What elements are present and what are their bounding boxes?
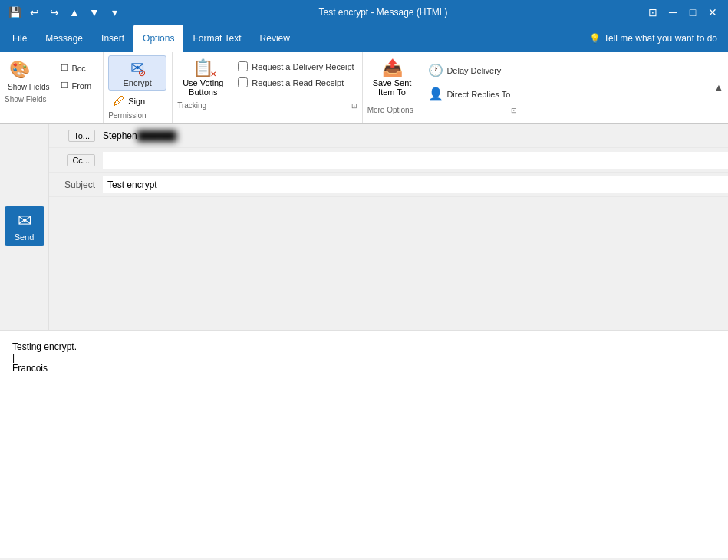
subject-input[interactable] (103, 176, 728, 193)
title-bar: 💾 ↩ ↪ ▲ ▼ ▾ Test encrypt - Message (HTML… (0, 0, 728, 25)
more-options-group: 📤 Save Sent Item To 🕐 Delay Delivery 👤 D… (363, 52, 522, 123)
show-fields-buttons: 🎨 Show Fields (5, 55, 52, 91)
delivery-receipt-checkbox[interactable] (238, 61, 248, 71)
from-label: From (71, 81, 91, 91)
tracking-group: 📋 ✕ Use Voting Buttons Request a Deliver… (173, 52, 363, 123)
down-qat-button[interactable]: ▼ (86, 4, 103, 21)
send-icon: ✉ (18, 211, 31, 231)
menu-file[interactable]: File (3, 25, 36, 52)
cc-button[interactable]: Cc... (67, 154, 95, 166)
encrypt-icon-wrapper: ✉ ⊘ (130, 58, 144, 78)
sign-button[interactable]: 🖊 Sign (108, 93, 150, 110)
ribbon-content: 🎨 Show Fields ☐ Bcc ☐ From Show Field (0, 52, 728, 123)
tracking-footer: Tracking ⊡ (173, 101, 362, 111)
undo-qat-button[interactable]: ↩ (26, 4, 43, 21)
save-sent-button[interactable]: 📤 Save Sent Item To (367, 55, 417, 100)
body-signature: Francois (12, 363, 716, 374)
more-options-footer: More Options ⊡ (363, 106, 522, 116)
to-recipient-blurred: ██████; (137, 130, 179, 141)
window-title: Test encrypt - Message (HTML) (318, 7, 447, 18)
menu-message[interactable]: Message (36, 25, 92, 52)
save-sent-icon: 📤 (382, 58, 403, 78)
delivery-receipt-checkbox-label[interactable]: Request a Delivery Receipt (235, 60, 357, 73)
read-receipt-label: Request a Read Receipt (252, 78, 344, 87)
delivery-receipt-label: Request a Delivery Receipt (252, 62, 354, 71)
send-button[interactable]: ✉ Send (5, 206, 44, 246)
compose-row: ✉ Send To... Stephen ██████; Cc... (0, 124, 728, 330)
menu-insert[interactable]: Insert (92, 25, 133, 52)
permission-group: ✉ ⊘ Encrypt 🖊 Sign Permission (104, 52, 173, 123)
cc-field: Cc... (49, 148, 728, 173)
body-line1: Testing encrypt. (12, 341, 716, 352)
encrypt-label: Encrypt (123, 78, 151, 87)
cc-input[interactable] (103, 152, 728, 169)
to-value-row: Stephen ██████; (103, 130, 728, 141)
tracking-expand-icon[interactable]: ⊡ (351, 102, 357, 110)
redo-qat-button[interactable]: ↪ (46, 4, 63, 21)
voting-buttons-btn[interactable]: 📋 ✕ Use Voting Buttons (177, 55, 229, 100)
ribbon: 🎨 Show Fields ☐ Bcc ☐ From Show Field (0, 52, 728, 124)
to-button[interactable]: To... (68, 130, 95, 142)
cc-label: Cc... (49, 154, 103, 166)
delay-delivery-button[interactable]: 🕐 Delay Delivery (421, 60, 517, 81)
permission-content: ✉ ⊘ Encrypt 🖊 Sign (104, 52, 172, 111)
voting-icon-wrapper: 📋 ✕ (193, 58, 213, 78)
up-qat-button[interactable]: ▲ (66, 4, 83, 21)
show-fields-section-label: Show Fields (5, 95, 46, 104)
to-label: To... (49, 130, 103, 142)
to-recipient-name: Stephen (103, 130, 137, 141)
save-sent-line1: Save Sent (373, 78, 412, 87)
themes-button[interactable]: 🎨 (5, 58, 35, 81)
tracking-checkboxes: Request a Delivery Receipt Request a Rea… (235, 55, 357, 89)
show-fields-group: 🎨 Show Fields ☐ Bcc ☐ From Show Field (0, 52, 104, 123)
close-button[interactable]: ✕ (703, 5, 722, 20)
send-label: Send (15, 232, 35, 242)
lightbulb-icon: 💡 (589, 33, 601, 44)
menu-options[interactable]: Options (133, 25, 183, 52)
direct-replies-label: Direct Replies To (446, 90, 510, 99)
tell-me-box[interactable]: 💡 Tell me what you want to do (581, 25, 725, 52)
bcc-button[interactable]: ☐ Bcc (54, 60, 98, 76)
tell-me-text: Tell me what you want to do (604, 33, 717, 44)
body-area[interactable]: Testing encrypt. | Francois (0, 330, 728, 558)
more-options-section-label: More Options (367, 106, 413, 114)
from-icon: ☐ (61, 81, 68, 91)
to-cc-fields: To... Stephen ██████; Cc... Subject (49, 124, 728, 330)
bcc-label: Bcc (71, 64, 85, 73)
minimize-button[interactable]: ─ (664, 5, 682, 20)
window-icon-button[interactable]: ⊡ (644, 5, 662, 20)
more-qat-button[interactable]: ▾ (106, 4, 123, 21)
permission-footer: Permission (104, 111, 172, 121)
show-fields-content: 🎨 Show Fields ☐ Bcc ☐ From (0, 52, 103, 95)
person-icon: 👤 (428, 87, 443, 101)
maximize-button[interactable]: □ (684, 5, 702, 20)
save-qat-button[interactable]: 💾 (6, 4, 23, 21)
more-options-content: 📤 Save Sent Item To 🕐 Delay Delivery 👤 D… (363, 52, 522, 106)
ribbon-collapse-button[interactable]: ▲ (710, 52, 728, 123)
read-receipt-checkbox-label[interactable]: Request a Read Receipt (235, 76, 357, 89)
quick-access-toolbar: 💾 ↩ ↪ ▲ ▼ ▾ (6, 4, 123, 21)
voting-line2: Buttons (189, 87, 217, 97)
sign-label: Sign (128, 97, 145, 106)
direct-replies-button[interactable]: 👤 Direct Replies To (421, 84, 517, 104)
window-controls: ⊡ ─ □ ✕ (644, 5, 722, 20)
subject-field: Subject (49, 173, 728, 197)
menu-format-text[interactable]: Format Text (183, 25, 250, 52)
permission-section-label: Permission (108, 111, 146, 120)
delay-delivery-label: Delay Delivery (446, 66, 501, 75)
more-options-small-btns: 🕐 Delay Delivery 👤 Direct Replies To (421, 55, 517, 104)
encrypt-button[interactable]: ✉ ⊘ Encrypt (108, 55, 166, 91)
save-sent-line2: Item To (378, 87, 406, 97)
bcc-from-buttons: ☐ Bcc ☐ From (54, 55, 98, 94)
to-field: To... Stephen ██████; (49, 124, 728, 148)
more-options-expand-icon[interactable]: ⊡ (511, 107, 517, 114)
voting-x-icon: ✕ (210, 70, 216, 78)
themes-icon: 🎨 (9, 60, 30, 80)
bcc-icon: ☐ (61, 63, 68, 73)
tracking-section-label: Tracking (177, 101, 206, 110)
read-receipt-checkbox[interactable] (238, 77, 248, 87)
menu-review[interactable]: Review (251, 25, 299, 52)
main-content: ✉ Send To... Stephen ██████; Cc... (0, 124, 728, 558)
menu-bar: File Message Insert Options Format Text … (0, 25, 728, 52)
from-button[interactable]: ☐ From (54, 77, 98, 94)
